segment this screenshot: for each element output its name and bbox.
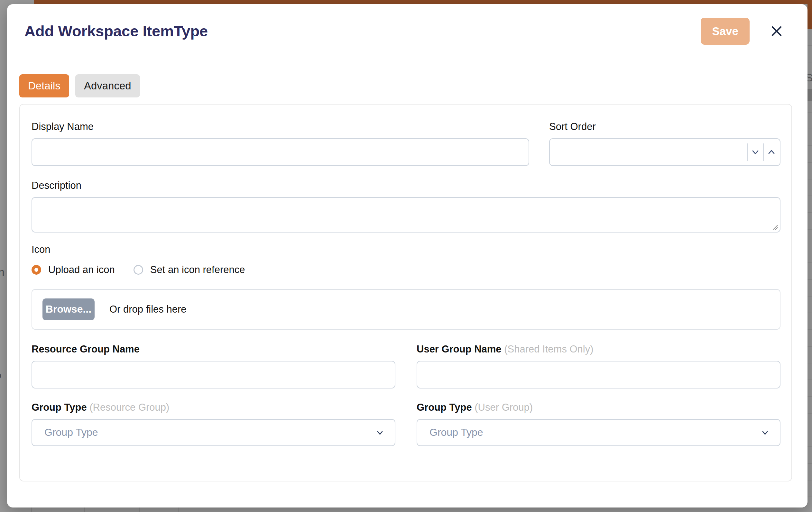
resize-handle-icon[interactable] [771,223,778,230]
details-form-panel: Display Name Sort Order [19,104,792,481]
group-type-resource-group: Group Type (Resource Group) Group Type [31,401,396,446]
label-hint: (Shared Items Only) [504,343,593,355]
radio-unselected-icon [134,265,143,275]
close-icon [771,25,783,37]
row-group-names: Resource Group Name User Group Name (Sha… [31,343,781,389]
background-bottom-edge [0,508,812,512]
display-name-input[interactable] [31,138,529,166]
sort-order-input[interactable] [549,138,781,166]
increment-button[interactable] [764,142,779,163]
screen: m o Se Add Workspace ItemType Save Detai… [0,0,812,512]
tab-advanced[interactable]: Advanced [75,74,140,97]
user-group-name-input[interactable] [416,361,781,389]
label-text: User Group Name [416,343,501,355]
select-placeholder: Group Type [430,426,483,439]
dialog-header: Add Workspace ItemType Save [7,4,808,45]
tab-details[interactable]: Details [19,74,69,97]
background-selected-row [808,89,812,101]
user-group-name-group: User Group Name (Shared Items Only) [416,343,781,389]
close-button[interactable] [770,24,784,38]
resource-group-name-group: Resource Group Name [31,343,396,389]
background-table-rows [808,29,812,508]
radio-label: Set an icon reference [150,264,245,276]
row-group-types: Group Type (Resource Group) Group Type G… [31,401,781,446]
background-text-fragment: Se [808,71,812,84]
radio-label: Upload an icon [48,264,115,276]
description-label: Description [31,179,781,191]
icon-group: Icon Upload an icon Set an icon referenc… [31,243,781,329]
group-type-user-label: Group Type (User Group) [416,401,781,413]
background-text-fragment: m [0,266,7,279]
group-type-resource-label: Group Type (Resource Group) [31,401,396,413]
save-button[interactable]: Save [701,18,750,45]
label-text: Resource Group Name [31,343,140,355]
background-text-fragment: o [0,368,7,382]
radio-set-icon-reference[interactable]: Set an icon reference [134,264,245,276]
row-name-sort: Display Name Sort Order [31,121,781,166]
resource-group-name-input[interactable] [31,361,396,389]
description-field [31,197,781,233]
display-name-group: Display Name [31,121,529,166]
select-placeholder: Group Type [45,426,98,439]
label-text: Group Type [416,402,472,413]
sort-order-label: Sort Order [549,121,781,132]
group-type-resource-select[interactable]: Group Type [31,419,396,446]
display-name-label: Display Name [31,121,529,132]
user-group-name-label: User Group Name (Shared Items Only) [416,343,781,355]
background-header-bar-edge [808,0,812,29]
group-type-user-select[interactable]: Group Type [416,419,781,446]
add-workspace-itemtype-dialog: Add Workspace ItemType Save Details Adva… [7,4,808,508]
label-hint: (User Group) [474,402,533,413]
drop-files-text: Or drop files here [109,304,186,315]
chevron-down-icon [761,429,769,436]
label-hint: (Resource Group) [89,402,169,413]
dialog-title: Add Workspace ItemType [25,23,208,39]
dialog-tabs: Details Advanced [19,74,808,97]
icon-label: Icon [31,243,781,255]
sort-order-spinner [747,142,779,163]
icon-source-options: Upload an icon Set an icon reference [31,264,781,276]
sort-order-group: Sort Order [549,121,781,166]
chevron-down-icon [376,429,384,436]
description-group: Description [31,179,781,233]
file-drop-zone[interactable]: Browse... Or drop files here [31,289,781,330]
sort-order-field [549,138,781,166]
description-input[interactable] [31,197,781,233]
group-type-user-group: Group Type (User Group) Group Type [416,401,781,446]
radio-upload-an-icon[interactable]: Upload an icon [31,264,115,276]
label-text: Group Type [31,402,87,413]
browse-button[interactable]: Browse... [42,298,94,320]
radio-selected-icon [31,265,41,275]
chevron-up-icon [767,148,776,156]
decrement-button[interactable] [748,142,763,163]
chevron-down-icon [751,148,759,156]
background-header-bar [34,0,812,4]
resource-group-name-label: Resource Group Name [31,343,396,355]
